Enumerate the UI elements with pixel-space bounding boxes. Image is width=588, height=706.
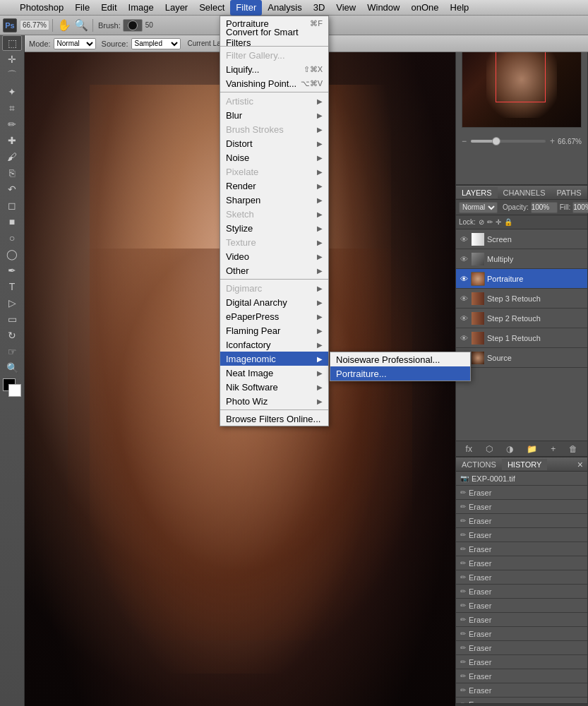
panel-close-history[interactable]: × [573,459,587,470]
layer-visibility-step2[interactable]: 👁 [459,314,469,323]
menu-item-sharpen[interactable]: Sharpen ▶ [220,193,328,207]
layer-mask-button[interactable]: ⬡ [484,443,494,455]
history-item-2[interactable]: ✏ Eraser [456,514,587,528]
tab-channels[interactable]: CHANNELS [498,187,551,198]
menu-item-digimarc[interactable]: Digimarc ▶ [220,281,328,295]
lock-move-icon[interactable]: ✛ [496,218,501,226]
menu-item-distort[interactable]: Distort ▶ [220,136,328,150]
blend-mode-select[interactable]: Normal [459,202,498,213]
tool-crop[interactable]: ⌗ [2,100,22,116]
layer-adjust-button[interactable]: ◑ [505,443,515,455]
menu-file[interactable]: File [69,0,95,16]
tool-eyedropper[interactable]: ✏ [2,116,22,132]
tool-eraser[interactable]: ◻ [2,198,22,213]
tab-history[interactable]: HISTORY [502,459,548,470]
tool-path-select[interactable]: ▷ [2,295,22,311]
menu-layer[interactable]: Layer [160,0,194,16]
menu-select[interactable]: Select [193,0,230,16]
menu-item-neat-image[interactable]: Neat Image ▶ [220,366,328,380]
source-select[interactable]: Sampled [131,38,181,49]
menu-item-other[interactable]: Other ▶ [220,263,328,277]
menu-edit[interactable]: Edit [95,0,122,16]
tab-actions[interactable]: ACTIONS [456,459,502,470]
layer-row-step2[interactable]: 👁 Step 2 Retouch [456,309,587,328]
lock-paint-icon[interactable]: ✏ [487,218,493,226]
tool-zoom[interactable]: 🔍 [2,360,22,376]
submenu-item-portraiture[interactable]: Portraiture... [330,366,470,381]
menu-item-filter-gallery[interactable]: Filter Gallery... [220,48,328,62]
menu-item-photo-wiz[interactable]: Photo Wiz ▶ [220,394,328,408]
menu-analysis[interactable]: Analysis [262,0,307,16]
layer-row-source[interactable]: 👁 Source [456,348,587,368]
history-item-10[interactable]: ✏ Eraser [456,627,587,641]
tab-layers[interactable]: LAYERS [456,187,498,198]
layer-visibility-step1[interactable]: 👁 [459,334,469,342]
layer-visibility-screen[interactable]: 👁 [459,235,469,244]
tool-stamp[interactable]: ⎘ [2,165,22,181]
menu-item-video[interactable]: Video ▶ [220,249,328,263]
fill-input[interactable] [572,202,588,213]
layer-row-step3[interactable]: 👁 Step 3 Retouch [456,289,587,309]
menu-photoshop[interactable]: Photoshop [14,0,69,16]
menu-item-stylize[interactable]: Stylize ▶ [220,221,328,235]
submenu-item-noiseware[interactable]: Noiseware Professional... [330,352,470,366]
menu-item-render[interactable]: Render ▶ [220,179,328,193]
history-item-3[interactable]: ✏ Eraser [456,528,587,542]
tool-hand[interactable]: ☞ [2,344,22,359]
lock-transparency-icon[interactable]: ⊘ [479,218,484,226]
menu-item-flaming-pear[interactable]: Flaming Pear ▶ [220,323,328,337]
tool-gradient[interactable]: ■ [2,214,22,229]
history-item-7[interactable]: ✏ Eraser [456,585,587,599]
tab-paths[interactable]: PATHS [551,187,587,198]
tool-shape[interactable]: ▭ [2,311,22,327]
opacity-input[interactable] [531,202,558,213]
lock-all-icon[interactable]: 🔒 [504,218,512,226]
menu-item-vanishing-point[interactable]: Vanishing Point... ⌥⌘V [220,76,328,90]
menu-item-brush-strokes[interactable]: Brush Strokes ▶ [220,122,328,136]
menu-onone[interactable]: onOne [405,0,444,16]
zoom-in-icon[interactable]: + [550,136,555,146]
history-file-item[interactable]: 📷 EXP-0001.tif [456,472,587,486]
tool-dodge[interactable]: ◯ [2,246,22,262]
tool-brush[interactable]: 🖌 [2,149,22,164]
history-item-0[interactable]: ✏ Eraser [456,486,587,500]
history-item-5[interactable]: ✏ Eraser [456,556,587,570]
layer-visibility-portraiture[interactable]: 👁 [459,275,469,283]
tool-heal[interactable]: ✚ [2,133,22,148]
history-item-12[interactable]: ✏ Eraser [456,655,587,669]
menu-filter[interactable]: Filter [230,0,262,16]
menu-help[interactable]: Help [445,0,475,16]
layer-fx-button[interactable]: fx [464,443,474,455]
foreground-background[interactable] [3,378,21,397]
tool-history-brush[interactable]: ↶ [2,181,22,197]
menu-item-sketch[interactable]: Sketch ▶ [220,207,328,221]
zoom-tool[interactable]: 🔍 [74,18,88,32]
hand-tool[interactable]: ✋ [57,18,71,32]
tool-marquee[interactable]: ⬚ [2,35,22,51]
menu-item-pixelate[interactable]: Pixelate ▶ [220,164,328,179]
menu-item-epaperpress[interactable]: ePaperPress ▶ [220,309,328,323]
menu-item-nik-software[interactable]: Nik Software ▶ [220,380,328,394]
tool-lasso[interactable]: ⌒ [2,68,22,83]
menu-item-browse-filters[interactable]: Browse Filters Online... [220,412,328,426]
history-item-4[interactable]: ✏ Eraser [456,542,587,556]
menu-window[interactable]: Window [361,0,405,16]
history-item-14[interactable]: ✏ Eraser [456,683,587,698]
tool-type[interactable]: T [2,279,22,294]
history-item-15[interactable]: ✏ Eraser [456,698,587,703]
history-item-6[interactable]: ✏ Eraser [456,570,587,585]
zoom-out-icon[interactable]: − [462,136,467,146]
tool-wand[interactable]: ✦ [2,84,22,100]
layer-row-screen[interactable]: 👁 Screen [456,229,587,249]
history-item-1[interactable]: ✏ Eraser [456,500,587,514]
history-item-8[interactable]: ✏ Eraser [456,599,587,613]
apple-menu[interactable] [0,0,14,16]
layer-visibility-multiply[interactable]: 👁 [459,255,469,263]
layer-row-step1[interactable]: 👁 Step 1 Retouch [456,328,587,348]
menu-view[interactable]: View [330,0,361,16]
tool-move[interactable]: ✛ [2,52,22,67]
history-item-13[interactable]: ✏ Eraser [456,669,587,683]
menu-image[interactable]: Image [123,0,160,16]
zoom-slider[interactable] [471,140,546,143]
menu-item-liquify[interactable]: Liquify... ⇧⌘X [220,62,328,76]
